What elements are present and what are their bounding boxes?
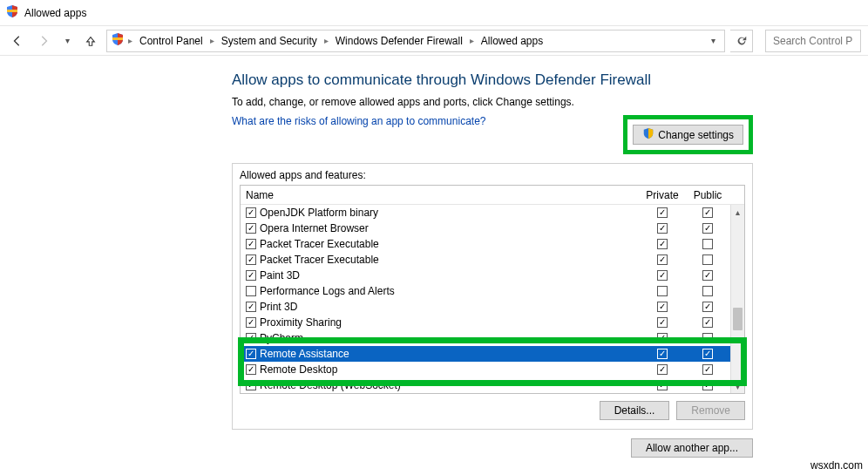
row-public-checkbox[interactable]: ✓ bbox=[702, 380, 713, 390]
row-private-checkbox[interactable]: ✓ bbox=[657, 270, 668, 281]
row-private-checkbox[interactable]: ✓ bbox=[657, 349, 668, 359]
breadcrumb-item[interactable]: Allowed apps bbox=[478, 33, 546, 49]
table-row[interactable]: ✓Proximity Sharing✓✓ bbox=[241, 315, 744, 330]
table-row[interactable]: ✓Packet Tracer Executable✓ bbox=[241, 252, 744, 268]
row-name: Print 3D bbox=[260, 301, 640, 313]
row-public-checkbox[interactable] bbox=[702, 254, 713, 265]
row-private-cell: ✓ bbox=[640, 302, 685, 312]
row-public-checkbox[interactable] bbox=[702, 333, 713, 343]
row-private-checkbox[interactable]: ✓ bbox=[657, 364, 668, 375]
row-public-cell bbox=[685, 254, 730, 265]
row-name: Performance Logs and Alerts bbox=[260, 285, 640, 297]
recent-locations-dropdown[interactable]: ▾ bbox=[59, 31, 75, 51]
window-title: Allowed apps bbox=[24, 7, 86, 19]
row-public-cell bbox=[685, 286, 730, 296]
change-settings-button[interactable]: Change settings bbox=[633, 125, 743, 145]
search-box[interactable] bbox=[765, 30, 861, 52]
row-enabled-checkbox[interactable]: ✓ bbox=[246, 317, 256, 328]
row-private-cell: ✓ bbox=[640, 364, 685, 375]
row-public-checkbox[interactable]: ✓ bbox=[702, 302, 713, 312]
remove-button[interactable]: Remove bbox=[676, 401, 745, 420]
row-private-checkbox[interactable]: ✓ bbox=[657, 333, 668, 343]
table-row[interactable]: ✓Opera Internet Browser✓✓ bbox=[241, 221, 744, 236]
row-public-cell bbox=[685, 333, 730, 343]
search-input[interactable] bbox=[771, 34, 855, 48]
table-row[interactable]: ✓Paint 3D✓✓ bbox=[241, 268, 744, 283]
change-settings-highlight: Change settings bbox=[623, 115, 753, 154]
row-public-checkbox[interactable] bbox=[702, 286, 713, 296]
up-button[interactable] bbox=[80, 31, 101, 51]
table-row[interactable]: ✓Print 3D✓✓ bbox=[241, 299, 744, 315]
back-button[interactable] bbox=[7, 31, 28, 51]
listview-scrollbar[interactable]: ▴ ▾ bbox=[730, 205, 744, 393]
table-row[interactable]: ✓Remote Desktop✓✓ bbox=[241, 362, 744, 377]
forward-button[interactable] bbox=[33, 31, 54, 51]
row-public-checkbox[interactable]: ✓ bbox=[702, 270, 713, 281]
table-row[interactable]: ✓OpenJDK Platform binary✓✓ bbox=[241, 205, 744, 221]
row-private-cell bbox=[640, 286, 685, 296]
row-public-checkbox[interactable]: ✓ bbox=[702, 364, 713, 375]
allowed-apps-listview[interactable]: Name Private Public ✓OpenJDK Platform bi… bbox=[240, 185, 745, 394]
row-enabled-checkbox[interactable]: ✓ bbox=[246, 270, 256, 281]
row-private-checkbox[interactable]: ✓ bbox=[657, 380, 668, 390]
allowed-apps-icon bbox=[5, 4, 19, 21]
table-row[interactable]: ✓PyCharm✓ bbox=[241, 330, 744, 346]
row-enabled-checkbox[interactable] bbox=[246, 286, 256, 296]
allow-another-app-button[interactable]: Allow another app... bbox=[631, 438, 753, 458]
listview-body: ✓OpenJDK Platform binary✓✓✓Opera Interne… bbox=[241, 205, 744, 393]
row-name: Remote Desktop bbox=[260, 363, 640, 376]
title-bar: Allowed apps bbox=[0, 0, 868, 26]
column-private[interactable]: Private bbox=[640, 189, 685, 201]
table-row[interactable]: ✓Remote Assistance✓✓ bbox=[241, 346, 744, 362]
table-row[interactable]: ✓Packet Tracer Executable✓ bbox=[241, 236, 744, 252]
row-private-checkbox[interactable]: ✓ bbox=[657, 207, 668, 218]
row-private-checkbox[interactable]: ✓ bbox=[657, 223, 668, 234]
risks-link[interactable]: What are the risks of allowing an app to… bbox=[232, 115, 485, 127]
row-public-cell: ✓ bbox=[685, 270, 730, 281]
row-public-checkbox[interactable]: ✓ bbox=[702, 223, 713, 234]
column-public[interactable]: Public bbox=[685, 189, 730, 201]
row-private-checkbox[interactable]: ✓ bbox=[657, 239, 668, 249]
row-enabled-checkbox[interactable]: ✓ bbox=[246, 364, 256, 375]
row-enabled-checkbox[interactable]: ✓ bbox=[246, 349, 256, 359]
row-private-cell: ✓ bbox=[640, 239, 685, 249]
row-name: Packet Tracer Executable bbox=[260, 238, 640, 250]
breadcrumb-item[interactable]: System and Security bbox=[218, 33, 321, 49]
scroll-up-arrow[interactable]: ▴ bbox=[731, 205, 744, 219]
breadcrumb[interactable]: ▸ Control Panel ▸ System and Security ▸ … bbox=[106, 30, 725, 52]
breadcrumb-item[interactable]: Windows Defender Firewall bbox=[332, 33, 466, 49]
row-name: Packet Tracer Executable bbox=[260, 254, 640, 266]
row-name: Remote Desktop (WebSocket) bbox=[260, 379, 640, 391]
row-enabled-checkbox[interactable]: ✓ bbox=[246, 223, 256, 234]
row-public-cell: ✓ bbox=[685, 223, 730, 234]
breadcrumb-item[interactable]: Control Panel bbox=[136, 33, 207, 49]
row-enabled-checkbox[interactable]: ✓ bbox=[246, 239, 256, 249]
row-private-checkbox[interactable] bbox=[657, 286, 668, 296]
row-name: Paint 3D bbox=[260, 269, 640, 282]
row-enabled-checkbox[interactable]: ✓ bbox=[246, 254, 256, 265]
chevron-right-icon: ▸ bbox=[324, 36, 329, 45]
shield-icon bbox=[111, 32, 125, 49]
row-name: PyCharm bbox=[260, 332, 640, 344]
row-private-checkbox[interactable]: ✓ bbox=[657, 302, 668, 312]
breadcrumb-dropdown[interactable]: ▾ bbox=[705, 31, 721, 51]
column-name[interactable]: Name bbox=[241, 189, 640, 201]
details-button[interactable]: Details... bbox=[600, 401, 670, 420]
row-public-checkbox[interactable] bbox=[702, 239, 713, 249]
scroll-down-arrow[interactable]: ▾ bbox=[731, 379, 744, 393]
row-public-checkbox[interactable]: ✓ bbox=[702, 317, 713, 328]
row-public-checkbox[interactable]: ✓ bbox=[702, 207, 713, 218]
table-row[interactable]: ✓Remote Desktop (WebSocket)✓✓ bbox=[241, 377, 744, 393]
row-enabled-checkbox[interactable]: ✓ bbox=[246, 380, 256, 390]
row-enabled-checkbox[interactable]: ✓ bbox=[246, 302, 256, 312]
listview-header[interactable]: Name Private Public bbox=[241, 186, 744, 205]
row-public-cell bbox=[685, 239, 730, 249]
scroll-thumb[interactable] bbox=[733, 308, 743, 330]
row-enabled-checkbox[interactable]: ✓ bbox=[246, 333, 256, 343]
refresh-button[interactable] bbox=[730, 30, 753, 52]
row-private-checkbox[interactable]: ✓ bbox=[657, 254, 668, 265]
table-row[interactable]: Performance Logs and Alerts bbox=[241, 283, 744, 299]
row-public-checkbox[interactable]: ✓ bbox=[702, 349, 713, 359]
row-private-checkbox[interactable]: ✓ bbox=[657, 317, 668, 328]
row-enabled-checkbox[interactable]: ✓ bbox=[246, 207, 256, 218]
